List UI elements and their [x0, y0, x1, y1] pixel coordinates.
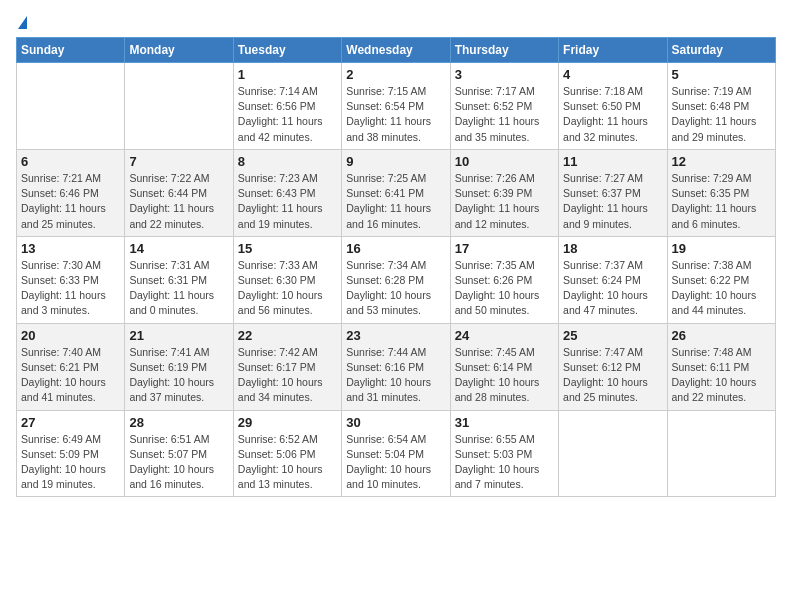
day-of-week-header: Friday — [559, 38, 667, 63]
day-info: Sunrise: 7:45 AM Sunset: 6:14 PM Dayligh… — [455, 345, 554, 406]
day-number: 30 — [346, 415, 445, 430]
day-number: 29 — [238, 415, 337, 430]
calendar-day-cell — [125, 63, 233, 150]
day-info: Sunrise: 7:30 AM Sunset: 6:33 PM Dayligh… — [21, 258, 120, 319]
calendar-week-row: 20Sunrise: 7:40 AM Sunset: 6:21 PM Dayli… — [17, 323, 776, 410]
calendar-day-cell: 19Sunrise: 7:38 AM Sunset: 6:22 PM Dayli… — [667, 236, 775, 323]
calendar-day-cell: 29Sunrise: 6:52 AM Sunset: 5:06 PM Dayli… — [233, 410, 341, 497]
day-info: Sunrise: 7:34 AM Sunset: 6:28 PM Dayligh… — [346, 258, 445, 319]
logo — [16, 16, 28, 27]
day-number: 13 — [21, 241, 120, 256]
day-number: 11 — [563, 154, 662, 169]
day-info: Sunrise: 6:51 AM Sunset: 5:07 PM Dayligh… — [129, 432, 228, 493]
calendar-day-cell: 17Sunrise: 7:35 AM Sunset: 6:26 PM Dayli… — [450, 236, 558, 323]
day-info: Sunrise: 7:47 AM Sunset: 6:12 PM Dayligh… — [563, 345, 662, 406]
calendar-day-cell: 27Sunrise: 6:49 AM Sunset: 5:09 PM Dayli… — [17, 410, 125, 497]
day-number: 2 — [346, 67, 445, 82]
day-number: 28 — [129, 415, 228, 430]
day-info: Sunrise: 7:35 AM Sunset: 6:26 PM Dayligh… — [455, 258, 554, 319]
calendar-day-cell: 20Sunrise: 7:40 AM Sunset: 6:21 PM Dayli… — [17, 323, 125, 410]
page-header — [16, 16, 776, 27]
calendar-day-cell: 25Sunrise: 7:47 AM Sunset: 6:12 PM Dayli… — [559, 323, 667, 410]
calendar-day-cell — [17, 63, 125, 150]
day-info: Sunrise: 6:49 AM Sunset: 5:09 PM Dayligh… — [21, 432, 120, 493]
day-number: 4 — [563, 67, 662, 82]
calendar-day-cell: 3Sunrise: 7:17 AM Sunset: 6:52 PM Daylig… — [450, 63, 558, 150]
day-number: 12 — [672, 154, 771, 169]
day-info: Sunrise: 7:18 AM Sunset: 6:50 PM Dayligh… — [563, 84, 662, 145]
day-info: Sunrise: 7:19 AM Sunset: 6:48 PM Dayligh… — [672, 84, 771, 145]
day-number: 19 — [672, 241, 771, 256]
day-info: Sunrise: 7:21 AM Sunset: 6:46 PM Dayligh… — [21, 171, 120, 232]
day-number: 27 — [21, 415, 120, 430]
day-of-week-header: Thursday — [450, 38, 558, 63]
day-info: Sunrise: 6:55 AM Sunset: 5:03 PM Dayligh… — [455, 432, 554, 493]
day-info: Sunrise: 7:48 AM Sunset: 6:11 PM Dayligh… — [672, 345, 771, 406]
calendar-day-cell: 7Sunrise: 7:22 AM Sunset: 6:44 PM Daylig… — [125, 149, 233, 236]
calendar-day-cell: 23Sunrise: 7:44 AM Sunset: 6:16 PM Dayli… — [342, 323, 450, 410]
calendar-day-cell: 10Sunrise: 7:26 AM Sunset: 6:39 PM Dayli… — [450, 149, 558, 236]
day-info: Sunrise: 7:37 AM Sunset: 6:24 PM Dayligh… — [563, 258, 662, 319]
calendar-day-cell: 31Sunrise: 6:55 AM Sunset: 5:03 PM Dayli… — [450, 410, 558, 497]
calendar-day-cell: 30Sunrise: 6:54 AM Sunset: 5:04 PM Dayli… — [342, 410, 450, 497]
calendar-day-cell: 1Sunrise: 7:14 AM Sunset: 6:56 PM Daylig… — [233, 63, 341, 150]
day-info: Sunrise: 7:23 AM Sunset: 6:43 PM Dayligh… — [238, 171, 337, 232]
day-info: Sunrise: 6:52 AM Sunset: 5:06 PM Dayligh… — [238, 432, 337, 493]
day-info: Sunrise: 7:15 AM Sunset: 6:54 PM Dayligh… — [346, 84, 445, 145]
calendar-day-cell: 4Sunrise: 7:18 AM Sunset: 6:50 PM Daylig… — [559, 63, 667, 150]
day-number: 26 — [672, 328, 771, 343]
day-of-week-header: Wednesday — [342, 38, 450, 63]
day-number: 22 — [238, 328, 337, 343]
calendar-week-row: 13Sunrise: 7:30 AM Sunset: 6:33 PM Dayli… — [17, 236, 776, 323]
day-info: Sunrise: 7:31 AM Sunset: 6:31 PM Dayligh… — [129, 258, 228, 319]
calendar-week-row: 6Sunrise: 7:21 AM Sunset: 6:46 PM Daylig… — [17, 149, 776, 236]
day-info: Sunrise: 7:14 AM Sunset: 6:56 PM Dayligh… — [238, 84, 337, 145]
day-number: 5 — [672, 67, 771, 82]
calendar-day-cell: 8Sunrise: 7:23 AM Sunset: 6:43 PM Daylig… — [233, 149, 341, 236]
day-info: Sunrise: 7:22 AM Sunset: 6:44 PM Dayligh… — [129, 171, 228, 232]
calendar-day-cell: 16Sunrise: 7:34 AM Sunset: 6:28 PM Dayli… — [342, 236, 450, 323]
day-number: 3 — [455, 67, 554, 82]
day-info: Sunrise: 6:54 AM Sunset: 5:04 PM Dayligh… — [346, 432, 445, 493]
day-number: 7 — [129, 154, 228, 169]
calendar-day-cell: 28Sunrise: 6:51 AM Sunset: 5:07 PM Dayli… — [125, 410, 233, 497]
calendar-day-cell: 24Sunrise: 7:45 AM Sunset: 6:14 PM Dayli… — [450, 323, 558, 410]
calendar-day-cell — [559, 410, 667, 497]
day-info: Sunrise: 7:26 AM Sunset: 6:39 PM Dayligh… — [455, 171, 554, 232]
day-of-week-header: Tuesday — [233, 38, 341, 63]
day-number: 21 — [129, 328, 228, 343]
day-info: Sunrise: 7:38 AM Sunset: 6:22 PM Dayligh… — [672, 258, 771, 319]
day-of-week-header: Sunday — [17, 38, 125, 63]
day-number: 9 — [346, 154, 445, 169]
day-of-week-header: Saturday — [667, 38, 775, 63]
calendar-day-cell: 13Sunrise: 7:30 AM Sunset: 6:33 PM Dayli… — [17, 236, 125, 323]
calendar-day-cell: 22Sunrise: 7:42 AM Sunset: 6:17 PM Dayli… — [233, 323, 341, 410]
calendar-header-row: SundayMondayTuesdayWednesdayThursdayFrid… — [17, 38, 776, 63]
calendar-day-cell: 11Sunrise: 7:27 AM Sunset: 6:37 PM Dayli… — [559, 149, 667, 236]
day-number: 17 — [455, 241, 554, 256]
day-number: 31 — [455, 415, 554, 430]
calendar-day-cell: 6Sunrise: 7:21 AM Sunset: 6:46 PM Daylig… — [17, 149, 125, 236]
day-number: 1 — [238, 67, 337, 82]
calendar-day-cell: 15Sunrise: 7:33 AM Sunset: 6:30 PM Dayli… — [233, 236, 341, 323]
day-number: 10 — [455, 154, 554, 169]
day-info: Sunrise: 7:27 AM Sunset: 6:37 PM Dayligh… — [563, 171, 662, 232]
calendar-day-cell: 2Sunrise: 7:15 AM Sunset: 6:54 PM Daylig… — [342, 63, 450, 150]
day-info: Sunrise: 7:29 AM Sunset: 6:35 PM Dayligh… — [672, 171, 771, 232]
calendar-table: SundayMondayTuesdayWednesdayThursdayFrid… — [16, 37, 776, 497]
day-info: Sunrise: 7:42 AM Sunset: 6:17 PM Dayligh… — [238, 345, 337, 406]
day-number: 6 — [21, 154, 120, 169]
calendar-day-cell: 18Sunrise: 7:37 AM Sunset: 6:24 PM Dayli… — [559, 236, 667, 323]
calendar-day-cell: 5Sunrise: 7:19 AM Sunset: 6:48 PM Daylig… — [667, 63, 775, 150]
day-info: Sunrise: 7:41 AM Sunset: 6:19 PM Dayligh… — [129, 345, 228, 406]
day-number: 24 — [455, 328, 554, 343]
logo-triangle-icon — [18, 16, 27, 29]
calendar-day-cell: 26Sunrise: 7:48 AM Sunset: 6:11 PM Dayli… — [667, 323, 775, 410]
calendar-day-cell: 21Sunrise: 7:41 AM Sunset: 6:19 PM Dayli… — [125, 323, 233, 410]
day-number: 18 — [563, 241, 662, 256]
day-of-week-header: Monday — [125, 38, 233, 63]
day-number: 20 — [21, 328, 120, 343]
day-number: 14 — [129, 241, 228, 256]
day-info: Sunrise: 7:40 AM Sunset: 6:21 PM Dayligh… — [21, 345, 120, 406]
calendar-week-row: 27Sunrise: 6:49 AM Sunset: 5:09 PM Dayli… — [17, 410, 776, 497]
